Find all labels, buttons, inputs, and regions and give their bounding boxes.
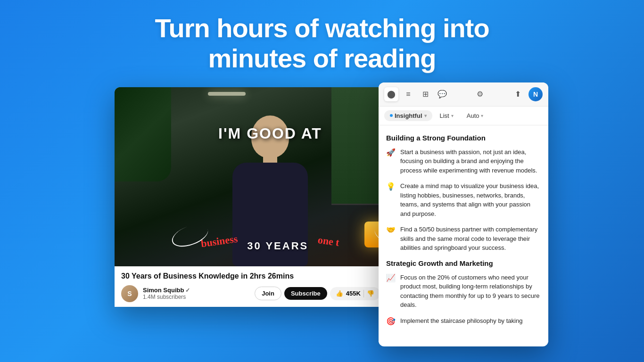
like-divider (363, 290, 364, 297)
ext-item-3: 🤝 Find a 50/50 business partner with com… (386, 225, 541, 253)
bg-ceiling-light (208, 92, 246, 96)
ext-btn-chat[interactable]: 💬 (435, 87, 449, 101)
thumbs-down-icon: 👎 (367, 290, 374, 297)
tab-list-label: List (440, 112, 449, 119)
ext-toolbar: ⬤ ≡ ⊞ 💬 ⚙ ⬆ N (379, 82, 548, 107)
video-title: 30 Years of Business Knowledge in 2hrs 2… (121, 272, 419, 280)
tab-dot-insightful (390, 114, 393, 117)
like-count: 455K (346, 290, 361, 297)
ext-btn-list[interactable]: ≡ (401, 87, 415, 101)
item-text-2: Create a mind map to visualize your busi… (400, 181, 541, 218)
ui-container: I'M GOOD AT business 30 YEARS one t 30 Y… (115, 87, 529, 307)
tab-auto-label: Auto (467, 112, 479, 119)
thumbs-up-icon: 👍 (336, 290, 343, 297)
item-emoji-2: 💡 (386, 182, 396, 191)
channel-name-text: Simon Squibb (143, 287, 184, 294)
tab-auto-arrow: ▾ (481, 113, 483, 118)
channel-row: S Simon Squibb ✓ 1.4M subscribers Join S… (121, 285, 419, 302)
tab-insightful-label: Insightful (395, 112, 422, 119)
tab-insightful[interactable]: Insightful ▾ (384, 110, 432, 121)
ext-btn-image[interactable]: ⊞ (418, 87, 432, 101)
ext-content: Building a Strong Foundation 🚀 Start a b… (379, 125, 548, 342)
subscriber-count: 1.4M subscribers (143, 294, 250, 300)
ext-item-1: 🚀 Start a business with passion, not jus… (386, 148, 541, 175)
item-text-5: Implement the staircase philosophy by ta… (400, 316, 522, 326)
thumb-years-text: 30 YEARS (247, 240, 308, 252)
headline-line2: minutes of reading (208, 43, 436, 73)
item-emoji-3: 🤝 (386, 225, 396, 234)
item-emoji-5: 🎯 (386, 317, 396, 326)
section-title-2: Strategic Growth and Marketing (386, 259, 541, 267)
tab-list[interactable]: List ▾ (434, 110, 459, 121)
thumb-main-text: 30 YEARS (247, 240, 308, 252)
tab-list-arrow: ▾ (451, 113, 454, 118)
ext-btn-circle[interactable]: ⬤ (384, 87, 398, 101)
tab-insightful-arrow: ▾ (424, 113, 427, 118)
like-group[interactable]: 👍 455K 👎 (330, 287, 380, 300)
subscribe-button[interactable]: Subscribe (284, 287, 327, 300)
ext-tabs: Insightful ▾ List ▾ Auto ▾ (379, 107, 548, 125)
item-emoji-4: 📈 (386, 273, 396, 282)
channel-avatar: S (121, 285, 138, 302)
join-button[interactable]: Join (255, 287, 281, 300)
verified-icon: ✓ (185, 287, 190, 294)
ext-btn-share[interactable]: ⬆ (511, 87, 525, 101)
channel-info: Simon Squibb ✓ 1.4M subscribers (143, 287, 250, 300)
thumb-im-text: I'M GOOD AT (218, 125, 322, 142)
item-text-1: Start a business with passion, not just … (400, 148, 541, 175)
ext-item-2: 💡 Create a mind map to visualize your bu… (386, 181, 541, 218)
extension-panel: ⬤ ≡ ⊞ 💬 ⚙ ⬆ N Insightful ▾ List ▾ Auto ▾ (379, 82, 548, 346)
channel-name: Simon Squibb ✓ (143, 287, 250, 294)
item-text-3: Find a 50/50 business partner with compl… (400, 225, 541, 253)
ext-item-4: 📈 Focus on the 20% of customers who need… (386, 273, 541, 310)
headline-line1: Turn hours of watching into (155, 13, 489, 43)
thumb-one-text: one t (317, 234, 340, 249)
ext-btn-filter[interactable]: ⚙ (473, 87, 487, 101)
item-text-4: Focus on the 20% of customers who need y… (400, 273, 541, 310)
tab-auto[interactable]: Auto ▾ (461, 110, 489, 121)
ext-logo: N (528, 87, 543, 101)
item-emoji-1: 🚀 (386, 148, 396, 157)
main-headline: Turn hours of watching into minutes of r… (155, 0, 489, 87)
section-title-1: Building a Strong Foundation (386, 134, 541, 142)
ext-item-5: 🎯 Implement the staircase philosophy by … (386, 316, 541, 326)
